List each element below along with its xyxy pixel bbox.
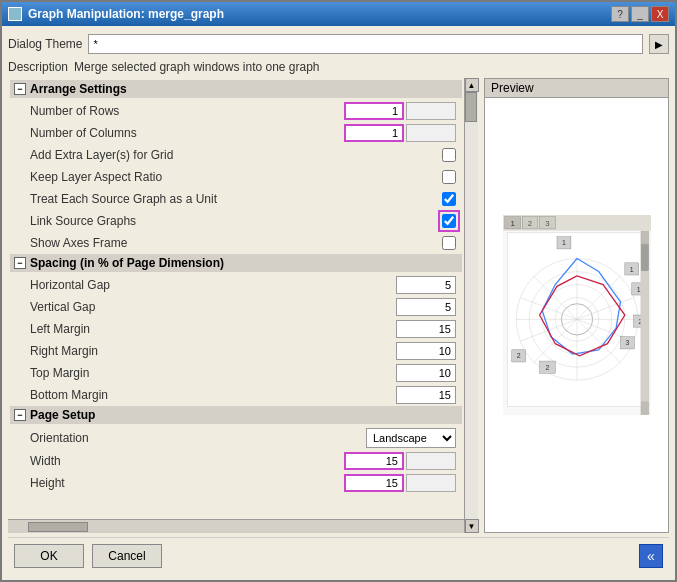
vert-gap-input[interactable] bbox=[396, 298, 456, 316]
scroll-up-arrow[interactable]: ▲ bbox=[465, 78, 479, 92]
columns-extra-input[interactable] bbox=[406, 124, 456, 142]
close-button[interactable]: X bbox=[651, 6, 669, 22]
source-graph-unit-checkbox[interactable] bbox=[442, 192, 456, 206]
svg-text:2: 2 bbox=[545, 364, 549, 371]
rows-label: Number of Rows bbox=[30, 104, 344, 118]
source-graph-unit-label: Treat Each Source Graph as a Unit bbox=[30, 192, 442, 206]
height-input[interactable] bbox=[344, 474, 404, 492]
desc-value: Merge selected graph windows into one gr… bbox=[74, 60, 319, 74]
extra-layer-row: Add Extra Layer(s) for Grid bbox=[10, 144, 462, 166]
top-margin-row: Top Margin bbox=[10, 362, 462, 384]
bottom-margin-row: Bottom Margin bbox=[10, 384, 462, 406]
link-source-checkbox[interactable] bbox=[442, 214, 456, 228]
spacing-header: − Spacing (in % of Page Dimension) bbox=[10, 254, 462, 272]
axes-frame-label: Show Axes Frame bbox=[30, 236, 442, 250]
svg-rect-38 bbox=[641, 402, 648, 414]
horiz-gap-label: Horizontal Gap bbox=[30, 278, 396, 292]
link-source-row: Link Source Graphs bbox=[10, 210, 462, 232]
vert-gap-row: Vertical Gap bbox=[10, 296, 462, 318]
rows-extra-input[interactable] bbox=[406, 102, 456, 120]
bottom-bar: OK Cancel « bbox=[8, 537, 669, 574]
preview-header: Preview bbox=[485, 79, 668, 98]
spacing-toggle[interactable]: − bbox=[14, 257, 26, 269]
height-label: Height bbox=[30, 476, 344, 490]
theme-arrow-button[interactable]: ▶ bbox=[649, 34, 669, 54]
left-margin-row: Left Margin bbox=[10, 318, 462, 340]
top-margin-label: Top Margin bbox=[30, 366, 396, 380]
axes-frame-checkbox[interactable] bbox=[442, 236, 456, 250]
svg-rect-36 bbox=[641, 232, 648, 244]
scroll-thumb[interactable] bbox=[465, 92, 477, 122]
left-margin-label: Left Margin bbox=[30, 322, 396, 336]
right-margin-label: Right Margin bbox=[30, 344, 396, 358]
window-icon bbox=[8, 7, 22, 21]
horizontal-scrollbar[interactable] bbox=[8, 519, 464, 533]
arrange-toggle[interactable]: − bbox=[14, 83, 26, 95]
rows-input[interactable] bbox=[344, 102, 404, 120]
width-extra-input[interactable] bbox=[406, 452, 456, 470]
page-setup-header: − Page Setup bbox=[10, 406, 462, 424]
orientation-select[interactable]: Portrait Landscape bbox=[366, 428, 456, 448]
svg-text:2: 2 bbox=[516, 352, 520, 359]
preview-panel: Preview 1 2 3 bbox=[484, 78, 669, 533]
window-content: Dialog Theme ▶ Description Merge selecte… bbox=[2, 26, 675, 580]
chevron-button[interactable]: « bbox=[639, 544, 663, 568]
cancel-button[interactable]: Cancel bbox=[92, 544, 162, 568]
rows-input-group bbox=[344, 102, 456, 120]
right-margin-input[interactable] bbox=[396, 342, 456, 360]
columns-input-group bbox=[344, 124, 456, 142]
source-graph-unit-row: Treat Each Source Graph as a Unit bbox=[10, 188, 462, 210]
horiz-gap-input[interactable] bbox=[396, 276, 456, 294]
horiz-scroll-thumb[interactable] bbox=[28, 522, 88, 532]
columns-input[interactable] bbox=[344, 124, 404, 142]
page-setup-label: Page Setup bbox=[30, 408, 95, 422]
bottom-margin-label: Bottom Margin bbox=[30, 388, 396, 402]
link-source-label: Link Source Graphs bbox=[30, 214, 442, 228]
orientation-row: Orientation Portrait Landscape bbox=[10, 426, 462, 450]
svg-text:2: 2 bbox=[527, 219, 531, 228]
width-input[interactable] bbox=[344, 452, 404, 470]
minimize-button[interactable]: _ bbox=[631, 6, 649, 22]
bottom-margin-input[interactable] bbox=[396, 386, 456, 404]
scroll-wrapper: − Arrange Settings Number of Rows bbox=[8, 78, 464, 533]
scroll-track bbox=[465, 92, 478, 519]
ok-button[interactable]: OK bbox=[14, 544, 84, 568]
width-label: Width bbox=[30, 454, 344, 468]
title-bar-buttons: ? _ X bbox=[611, 6, 669, 22]
width-input-group bbox=[344, 452, 456, 470]
vertical-scrollbar[interactable]: ▲ ▼ bbox=[464, 78, 478, 533]
page-setup-toggle[interactable]: − bbox=[14, 409, 26, 421]
arrange-settings-label: Arrange Settings bbox=[30, 82, 127, 96]
rows-row: Number of Rows bbox=[10, 100, 462, 122]
left-margin-input[interactable] bbox=[396, 320, 456, 338]
desc-label: Description bbox=[8, 60, 68, 74]
extra-layer-checkbox[interactable] bbox=[442, 148, 456, 162]
top-margin-input[interactable] bbox=[396, 364, 456, 382]
help-button[interactable]: ? bbox=[611, 6, 629, 22]
vert-gap-label: Vertical Gap bbox=[30, 300, 396, 314]
theme-row: Dialog Theme ▶ bbox=[8, 32, 669, 56]
height-input-group bbox=[344, 474, 456, 492]
title-bar-left: Graph Manipulation: merge_graph bbox=[8, 7, 224, 21]
scroll-down-arrow[interactable]: ▼ bbox=[465, 519, 479, 533]
svg-text:1: 1 bbox=[562, 239, 566, 246]
horiz-gap-row: Horizontal Gap bbox=[10, 274, 462, 296]
svg-rect-37 bbox=[641, 245, 648, 271]
orientation-label: Orientation bbox=[30, 431, 366, 445]
aspect-ratio-label: Keep Layer Aspect Ratio bbox=[30, 170, 442, 184]
aspect-ratio-checkbox[interactable] bbox=[442, 170, 456, 184]
title-bar: Graph Manipulation: merge_graph ? _ X bbox=[2, 2, 675, 26]
aspect-ratio-row: Keep Layer Aspect Ratio bbox=[10, 166, 462, 188]
svg-text:3: 3 bbox=[625, 339, 629, 346]
svg-text:3: 3 bbox=[545, 219, 549, 228]
left-panel-container: − Arrange Settings Number of Rows bbox=[8, 78, 478, 533]
columns-row: Number of Columns bbox=[10, 122, 462, 144]
scroll-container[interactable]: − Arrange Settings Number of Rows bbox=[8, 78, 464, 519]
theme-label: Dialog Theme bbox=[8, 37, 82, 51]
svg-text:1: 1 bbox=[629, 266, 633, 273]
height-extra-input[interactable] bbox=[406, 474, 456, 492]
axes-frame-row: Show Axes Frame bbox=[10, 232, 462, 254]
arrange-settings-header: − Arrange Settings bbox=[10, 80, 462, 98]
theme-input[interactable] bbox=[88, 34, 643, 54]
preview-graph: 1 2 3 bbox=[492, 215, 662, 415]
